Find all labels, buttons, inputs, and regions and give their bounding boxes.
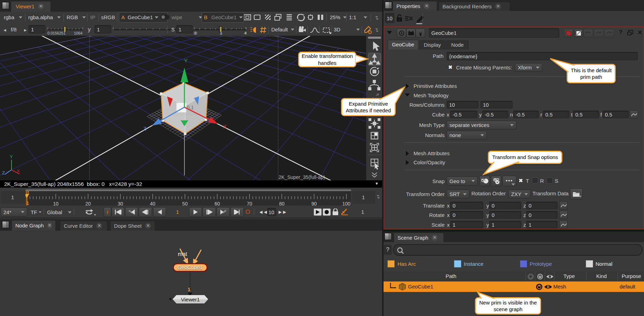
svg-text:X: X bbox=[17, 168, 20, 174]
svg-text:50: 50 bbox=[182, 201, 188, 205]
svg-text:0: 0 bbox=[195, 31, 197, 35]
svg-text:GeoCube1: GeoCube1 bbox=[177, 264, 203, 270]
svg-text:60: 60 bbox=[214, 201, 220, 205]
svg-text:Y: Y bbox=[184, 58, 188, 63]
svg-text:1: 1 bbox=[27, 190, 30, 195]
svg-text:1: 1 bbox=[26, 201, 29, 205]
svg-text:1064: 1064 bbox=[74, 31, 82, 35]
svg-text:0.1: 0.1 bbox=[187, 105, 194, 110]
svg-text:80: 80 bbox=[279, 201, 285, 205]
svg-text:100: 100 bbox=[342, 201, 351, 205]
svg-text:30: 30 bbox=[118, 201, 123, 205]
svg-text:90: 90 bbox=[311, 201, 317, 205]
svg-text:X: X bbox=[223, 123, 227, 129]
svg-text:4: 4 bbox=[245, 31, 247, 35]
svg-text:70: 70 bbox=[247, 201, 252, 205]
svg-text:2K_Super_35(full-ap): 2K_Super_35(full-ap) bbox=[279, 174, 325, 180]
svg-text:Y: Y bbox=[10, 154, 13, 159]
svg-text:0.0156251: 0.0156251 bbox=[47, 31, 66, 35]
svg-text:Z: Z bbox=[143, 126, 146, 131]
svg-text:1: 1 bbox=[188, 286, 190, 292]
svg-text:1: 1 bbox=[220, 31, 222, 35]
svg-text:20: 20 bbox=[85, 201, 91, 205]
svg-text:Viewer1: Viewer1 bbox=[181, 296, 200, 302]
svg-text:10: 10 bbox=[53, 201, 59, 205]
svg-text:T: T bbox=[399, 18, 400, 22]
svg-text:40: 40 bbox=[150, 201, 156, 205]
svg-text:Z: Z bbox=[2, 170, 5, 175]
